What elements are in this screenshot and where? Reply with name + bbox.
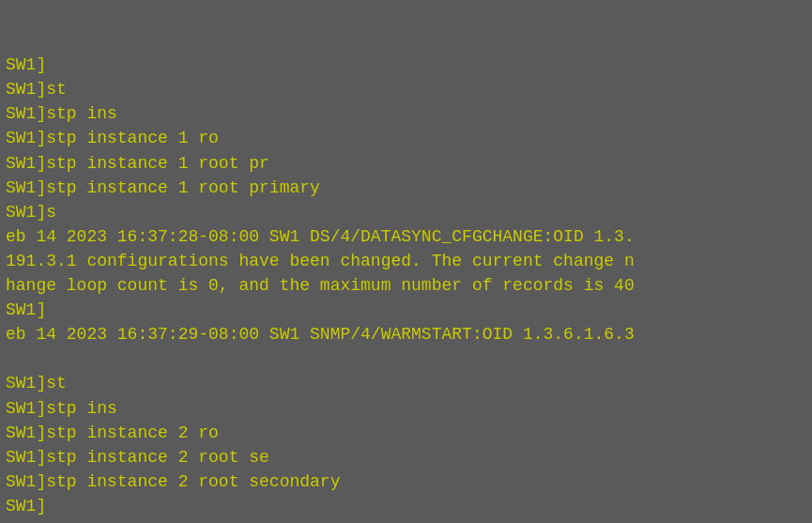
terminal-line: eb 14 2023 16:37:29-08:00 SW1 SNMP/4/WAR… — [6, 322, 806, 346]
terminal-line: SW1]stp instance 2 ro — [6, 421, 806, 445]
terminal-line: SW1]stp instance 1 ro — [6, 126, 806, 150]
terminal-line: SW1]stp instance 2 root secondary — [6, 469, 806, 494]
terminal-line: SW1]stp ins — [6, 101, 806, 126]
terminal-line: SW1]s — [6, 200, 806, 224]
terminal-line: SW1] — [6, 494, 806, 518]
terminal-line: SW1]st — [6, 77, 806, 101]
terminal-line: SW1]stp ins — [6, 396, 806, 421]
terminal-line: SW1] — [6, 298, 806, 322]
terminal-line: SW1]stp instance 1 root pr — [6, 151, 806, 176]
terminal-line: SW1]st — [6, 371, 806, 395]
terminal-content: SW1] SW1]st SW1]stp ins SW1]stp instance… — [6, 53, 806, 523]
terminal-line: SW1] — [6, 53, 806, 77]
terminal-line — [6, 346, 806, 371]
terminal-line: SW1]stp instance 2 root se — [6, 445, 806, 469]
terminal-line: 191.3.1 configurations have been changed… — [6, 249, 806, 273]
terminal-line: eb 14 2023 16:37:38-08:00 SW1 DS/4/DATAS… — [6, 518, 806, 523]
terminal-window: SW1] SW1]st SW1]stp ins SW1]stp instance… — [0, 0, 812, 523]
terminal-line: SW1]stp instance 1 root primary — [6, 176, 806, 200]
terminal-line: hange loop count is 0, and the maximum n… — [6, 273, 806, 298]
terminal-line: eb 14 2023 16:37:28-08:00 SW1 DS/4/DATAS… — [6, 224, 806, 249]
